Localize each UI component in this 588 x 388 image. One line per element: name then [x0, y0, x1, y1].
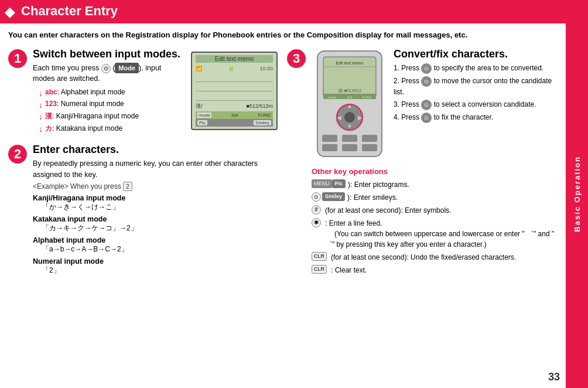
op-row-star: ✱ : Enter a line feed. (You can switch b… — [312, 218, 559, 250]
svg-point-10 — [344, 112, 355, 122]
op-text-hash: (for at least one second): Enter symbols… — [325, 205, 559, 216]
convert-step-3: 3. Press ⊙ to select a conversion candid… — [394, 99, 559, 110]
mode-123: ↓ 123: Numeral input mode — [39, 100, 185, 110]
svg-text:mode: mode — [327, 96, 337, 99]
screen-line2 — [196, 82, 273, 91]
smiley-key: ⊙Smiley — [312, 192, 345, 202]
mode-section-katakana: Katakana input mode 「カ→キ→ク→ケ→コ」→2」 — [33, 215, 278, 233]
content-columns: 1 Switch between input modes. Each time … — [8, 48, 559, 287]
step-3-text: Convert/fix characters. 1. Press ⊙ to sp… — [394, 48, 559, 161]
step-1: 1 Switch between input modes. Each time … — [8, 48, 278, 135]
screen-line1 — [196, 73, 273, 82]
svg-text:▲: ▲ — [347, 103, 353, 109]
other-ops-title: Other key operations — [312, 167, 559, 176]
input-modes-list: ↓ abc: Alphabet input mode ↓ 123: Numera… — [39, 88, 185, 134]
step-1-number: 1 — [8, 49, 27, 68]
step-2-title: Enter characters. — [33, 144, 278, 156]
op-row-smiley: ⊙Smiley ): Enter smileys. — [312, 192, 559, 203]
step-1-desc: Each time you press ⊙ (Mode), input mode… — [33, 63, 185, 85]
page-number: 33 — [548, 371, 560, 383]
mode-kanji: ↓ 漢: Kanji/Hiragana input mode — [39, 111, 185, 122]
op-row-hash: # (for at least one second): Enter symbo… — [312, 205, 559, 216]
op-text-star: : Enter a line feed. (You can switch bet… — [325, 218, 559, 250]
convert-step-2: 2. Press ⊙ to move the cursor onto the c… — [394, 76, 559, 97]
op-text-smiley: ): Enter smileys. — [347, 192, 559, 203]
menu-key: MENUPic — [312, 179, 346, 189]
phone-image-step3: Edit text memo 漢/ ■512/512 mode Set FUNC — [312, 48, 388, 161]
op-text-clr-clear: : Clear text. — [331, 265, 559, 275]
svg-rect-21 — [362, 144, 377, 151]
step-2-example: <Example> When you press 2 — [33, 182, 278, 191]
step-2-number: 2 — [8, 145, 27, 164]
main-content: You can enter characters on the Registra… — [0, 23, 588, 292]
convert-step-4: 4. Press ⊙ to fix the character. — [394, 112, 559, 123]
step-2-desc: By repeatedly pressing a numeric key, yo… — [33, 158, 278, 181]
convert-step-1: 1. Press ⊙ to specify the area to be con… — [394, 63, 559, 74]
clr-undo-key: CLR — [312, 252, 329, 261]
header-icon: ◆ — [5, 5, 18, 18]
svg-text:▼: ▼ — [347, 123, 353, 130]
screen-line3 — [196, 91, 273, 101]
screen-mockup-step1: Edit text memo 📶🔋10:00 漢/ ■512/512m — [191, 48, 278, 135]
mode-section-kanji: Kanji/Hiragana input mode 「か→き→く→け→こ」 — [33, 193, 278, 212]
step-2: 2 Enter characters. By repeatedly pressi… — [8, 144, 278, 278]
right-column: 3 Edit text memo — [287, 48, 559, 287]
clr-clear-key: CLR — [312, 265, 329, 274]
step-3: 3 Edit text memo — [287, 48, 559, 278]
intro-text: You can enter characters on the Registra… — [8, 29, 559, 41]
convert-steps-list: 1. Press ⊙ to specify the area to be con… — [394, 63, 559, 123]
svg-rect-18 — [362, 135, 377, 142]
step-3-content: Edit text memo 漢/ ■512/512 mode Set FUNC — [312, 48, 559, 278]
page-header: ◆ Character Entry — [0, 0, 588, 22]
step-2-modes: Kanji/Hiragana input mode 「か→き→く→け→こ」 Ka… — [33, 193, 278, 275]
op-row-clr-undo: CLR (for at least one second): Undo the … — [312, 252, 559, 263]
op-row-clr-clear: CLR : Clear text. — [312, 265, 559, 275]
op-text-clr-undo: (for at least one second): Undo the fixe… — [331, 252, 559, 263]
op-text-pic: ): Enter pictograms. — [348, 179, 559, 190]
svg-rect-16 — [322, 135, 337, 142]
screen-title: Edit text memo — [196, 55, 273, 63]
mode-katakana: ↓ カ: Katakana input mode — [39, 124, 185, 134]
svg-text:漢/ ■512/512: 漢/ ■512/512 — [338, 89, 362, 93]
svg-text:Set: Set — [347, 96, 352, 99]
svg-text:FUNC: FUNC — [363, 96, 372, 99]
mode-abc: ↓ abc: Alphabet input mode — [39, 88, 185, 98]
left-column: 1 Switch between input modes. Each time … — [8, 48, 278, 287]
svg-rect-19 — [322, 144, 337, 151]
mode-section-numeral: Numeral input mode 「2」 — [33, 257, 278, 275]
step-1-title: Switch between input modes. — [33, 48, 185, 60]
op-row-menu-pic: MENUPic ): Enter pictograms. — [312, 179, 559, 190]
svg-rect-17 — [342, 135, 357, 142]
svg-rect-20 — [342, 144, 357, 151]
step-2-content: Enter characters. By repeatedly pressing… — [33, 144, 278, 278]
svg-text:Edit text memo: Edit text memo — [336, 61, 364, 65]
step-3-number: 3 — [287, 49, 306, 68]
step-1-content: Switch between input modes. Each time yo… — [33, 48, 278, 135]
other-key-operations: Other key operations MENUPic ): Enter pi… — [312, 167, 559, 275]
page-title: Character Entry — [21, 4, 118, 19]
step-3-title: Convert/fix characters. — [394, 48, 559, 60]
mode-section-alpha: Alphabet input mode 「a→b→c→A→B→C→2」 — [33, 236, 278, 254]
hash-key: # — [312, 205, 323, 215]
screen-display: Edit text memo 📶🔋10:00 漢/ ■512/512m — [191, 52, 278, 130]
star-key: ✱ — [312, 218, 323, 227]
